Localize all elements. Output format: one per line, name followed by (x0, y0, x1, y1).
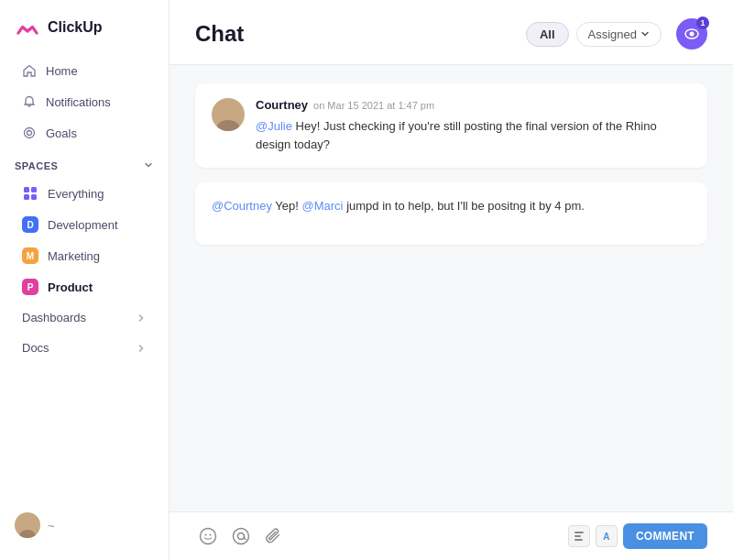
sidebar-item-docs-label: Docs (22, 341, 49, 355)
emoji-icon (199, 527, 217, 545)
chevron-right-icon (136, 313, 147, 324)
svg-point-9 (690, 32, 695, 37)
svg-point-10 (222, 104, 235, 116)
message-header-1: Courtney on Mar 15 2021 at 1:47 pm (256, 98, 691, 112)
main-content: Chat All Assigned 1 Courtney on (170, 0, 733, 560)
svg-point-7 (19, 530, 36, 538)
mention-courtney: @Courtney (212, 199, 272, 213)
reply-plain-2: jumpd in to help, but I'll be positng it… (346, 199, 585, 213)
input-right: A COMMENT (568, 523, 707, 549)
svg-point-14 (210, 534, 212, 536)
target-icon (22, 126, 37, 140)
sidebar-item-notifications-label: Notifications (46, 95, 111, 109)
at-icon (232, 527, 250, 545)
sidebar: ClickUp Home Notifications Goals Spaces (0, 0, 170, 560)
page-title: Chat (195, 21, 511, 47)
sidebar-item-product-label: Product (48, 280, 93, 294)
spaces-header: Spaces (0, 148, 169, 178)
format-button-2[interactable]: A (596, 525, 618, 547)
message-text-1: @Julie Hey! Just checking if you're stil… (256, 117, 691, 153)
sidebar-item-home-label: Home (46, 64, 78, 78)
svg-rect-18 (574, 535, 581, 537)
input-tools (195, 523, 287, 549)
product-badge: P (22, 279, 38, 295)
paperclip-icon (265, 527, 283, 545)
spaces-chevron-icon (143, 159, 154, 172)
chat-area: Courtney on Mar 15 2021 at 1:47 pm @Juli… (170, 65, 733, 511)
logo-area: ClickUp (0, 11, 169, 55)
message-avatar-courtney (212, 98, 245, 131)
message-author-1: Courtney (256, 98, 308, 112)
grid-icon (22, 185, 38, 202)
sidebar-bottom: ~ (0, 501, 169, 549)
logo-text: ClickUp (48, 19, 103, 36)
user-hint: ~ (48, 519, 55, 533)
svg-rect-5 (31, 194, 37, 200)
svg-point-1 (27, 131, 32, 136)
eye-icon (684, 26, 700, 42)
svg-point-15 (234, 529, 249, 544)
sidebar-item-marketing-label: Marketing (48, 249, 100, 263)
svg-rect-3 (31, 187, 37, 192)
main-header: Chat All Assigned 1 (170, 0, 733, 65)
svg-rect-19 (574, 539, 583, 541)
marketing-badge: M (22, 247, 38, 264)
sidebar-item-everything[interactable]: Everything (7, 179, 161, 208)
reply-text: @Courtney Yep! @Marci jumpd in to help, … (212, 197, 691, 215)
clickup-logo-icon (15, 15, 40, 40)
message-time-1: on Mar 15 2021 at 1:47 pm (313, 100, 434, 111)
format-icon-1 (574, 531, 585, 542)
format-icon-2: A (603, 532, 609, 542)
sidebar-item-development[interactable]: D Development (7, 210, 161, 239)
svg-point-11 (217, 120, 239, 131)
message-plain-1: Hey! Just checking if you're still posti… (256, 119, 657, 151)
mention-marci: @Marci (302, 199, 344, 213)
input-bar: A COMMENT (170, 511, 733, 560)
sidebar-item-product[interactable]: P Product (7, 272, 161, 302)
sidebar-item-development-label: Development (48, 218, 118, 232)
svg-rect-17 (574, 532, 584, 533)
chevron-right-docs-icon (136, 343, 147, 354)
filter-all-button[interactable]: All (526, 22, 569, 47)
at-mention-button[interactable] (228, 523, 254, 549)
svg-point-16 (238, 533, 245, 540)
development-badge: D (22, 216, 38, 233)
home-icon (22, 63, 37, 78)
format-button-1[interactable] (568, 525, 590, 547)
svg-rect-4 (24, 194, 29, 200)
svg-rect-2 (24, 187, 29, 192)
eye-badge-button[interactable]: 1 (676, 18, 707, 49)
message-body-1: Courtney on Mar 15 2021 at 1:47 pm @Juli… (256, 98, 691, 153)
sidebar-item-home[interactable]: Home (7, 56, 161, 85)
sidebar-item-dashboards[interactable]: Dashboards (7, 303, 161, 332)
attachment-button[interactable] (261, 523, 287, 549)
comment-button[interactable]: COMMENT (623, 523, 707, 549)
emoji-button[interactable] (195, 523, 221, 549)
assigned-chevron-icon (640, 29, 650, 38)
sidebar-item-goals-label: Goals (46, 126, 77, 140)
sidebar-item-marketing[interactable]: M Marketing (7, 241, 161, 270)
svg-point-0 (25, 128, 35, 138)
user-avatar[interactable] (15, 512, 40, 538)
svg-point-12 (201, 529, 216, 544)
mention-julie: @Julie (256, 119, 292, 133)
chat-reply: @Courtney Yep! @Marci jumpd in to help, … (195, 182, 707, 245)
sidebar-item-everything-label: Everything (48, 187, 104, 201)
chat-message-1: Courtney on Mar 15 2021 at 1:47 pm @Juli… (195, 83, 707, 168)
svg-point-13 (205, 534, 207, 536)
reply-plain-1: Yep! (275, 199, 301, 213)
bell-icon (22, 94, 37, 109)
eye-badge-count: 1 (696, 16, 709, 29)
sidebar-item-goals[interactable]: Goals (7, 118, 161, 148)
svg-point-6 (22, 516, 33, 527)
sidebar-item-dashboards-label: Dashboards (22, 311, 86, 324)
sidebar-item-notifications[interactable]: Notifications (7, 87, 161, 116)
filter-assigned-button[interactable]: Assigned (576, 22, 662, 47)
filter-buttons: All Assigned (526, 22, 662, 47)
sidebar-item-docs[interactable]: Docs (7, 334, 161, 362)
spaces-label: Spaces (15, 160, 58, 171)
